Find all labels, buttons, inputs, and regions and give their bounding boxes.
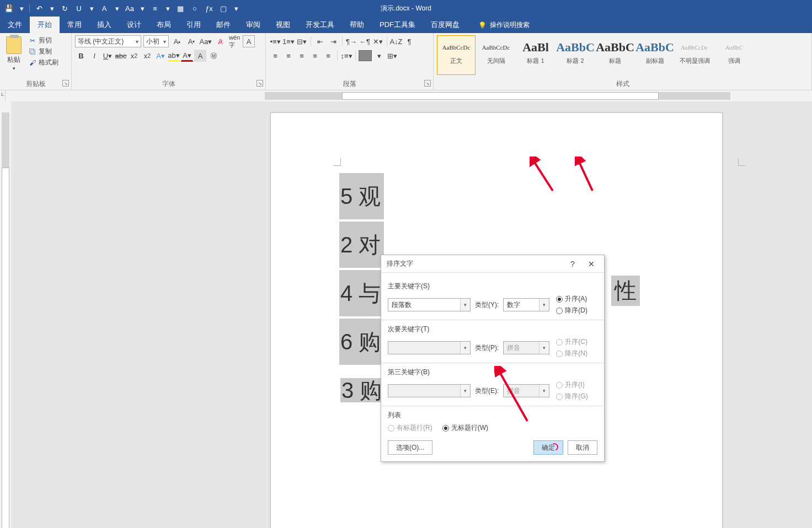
chevron-down-icon[interactable]: ▾ <box>13 66 15 71</box>
qat-list[interactable]: ≡ <box>148 2 162 15</box>
has-header-radio[interactable]: 有标题行(R) <box>388 423 432 433</box>
change-case-button[interactable]: Aa▾ <box>200 35 212 47</box>
style-normal[interactable]: AaBbCcDc正文 <box>437 35 476 75</box>
qat-underline[interactable]: U <box>72 2 86 15</box>
style-subtitle[interactable]: AaBbC副标题 <box>635 35 674 75</box>
style-subtle[interactable]: AaBbCcDc不明显强调 <box>675 35 714 75</box>
tab-home[interactable]: 开始 <box>30 17 60 33</box>
style-emphasis[interactable]: AaBbC强调 <box>715 35 754 75</box>
secondary-key-combo[interactable]: ▾ <box>388 341 471 354</box>
decrease-font-button[interactable]: A▾ <box>185 35 197 47</box>
cut-button[interactable]: ✂剪切 <box>26 35 61 46</box>
multilevel-button[interactable]: ⊟▾ <box>296 35 308 47</box>
qat-undo[interactable]: ↶ <box>33 2 46 15</box>
tab-view[interactable]: 视图 <box>268 17 298 33</box>
style-heading1[interactable]: AaBl标题 1 <box>516 35 555 75</box>
third-key-combo[interactable]: ▾ <box>388 384 471 397</box>
close-button[interactable]: ✕ <box>584 260 599 268</box>
ok-button[interactable]: 确定 <box>533 440 563 455</box>
font-name-combo[interactable]: 等线 (中文正文)▾ <box>75 35 141 47</box>
text-effects-button[interactable]: A▾ <box>154 50 167 62</box>
chevron-down-icon[interactable]: ▾ <box>163 2 173 15</box>
vertical-ruler[interactable] <box>0 101 11 528</box>
tab-design[interactable]: 设计 <box>119 17 149 33</box>
tab-common[interactable]: 常用 <box>60 17 89 33</box>
decrease-indent-button[interactable]: ⇤ <box>314 35 326 47</box>
tab-pdf[interactable]: PDF工具集 <box>372 17 423 33</box>
borders-button[interactable]: ⊞▾ <box>386 50 398 62</box>
align-right-button[interactable]: ≡ <box>296 50 308 62</box>
third-asc-radio[interactable]: 升序(I) <box>556 380 587 390</box>
paragraph-launcher[interactable]: ↘ <box>424 80 431 87</box>
align-center-button[interactable]: ≡ <box>282 50 295 62</box>
style-title[interactable]: AaBbC标题 <box>596 35 634 75</box>
styles-gallery[interactable]: AaBbCcDc正文 AaBbCcDc无间隔 AaBl标题 1 AaBbC标题 … <box>437 35 808 75</box>
shading-button[interactable] <box>359 50 372 61</box>
sort-button[interactable]: A↓Z <box>390 35 402 47</box>
superscript-button[interactable]: x2 <box>141 50 153 62</box>
distribute-button[interactable]: ≡ <box>322 50 334 62</box>
primary-type-combo[interactable]: 数字▾ <box>503 298 549 311</box>
no-header-radio[interactable]: 无标题行(W) <box>442 423 488 433</box>
tab-mailings[interactable]: 邮件 <box>209 17 238 33</box>
qat-new[interactable]: ▢ <box>217 2 230 15</box>
qat-table[interactable]: ▦ <box>174 2 187 15</box>
tab-baidu[interactable]: 百度网盘 <box>423 17 467 33</box>
char-shading-button[interactable]: A <box>194 50 206 62</box>
qat-fx[interactable]: ƒx <box>202 2 216 15</box>
chevron-down-icon[interactable]: ▾ <box>87 2 97 15</box>
tell-me-search[interactable]: 💡 操作说明搜索 <box>473 17 535 33</box>
clipboard-launcher[interactable]: ↘ <box>62 80 69 87</box>
tab-references[interactable]: 引用 <box>179 17 209 33</box>
chevron-down-icon[interactable]: ▾ <box>137 2 147 15</box>
tab-help[interactable]: 帮助 <box>342 17 372 33</box>
strike-button[interactable]: abc <box>115 50 127 62</box>
help-button[interactable]: ? <box>565 260 580 268</box>
qat-customize[interactable]: ▾ <box>231 2 241 15</box>
secondary-type-combo[interactable]: 拼音▾ <box>503 341 549 354</box>
chevron-down-icon[interactable]: ▾ <box>17 2 26 15</box>
char-border-button[interactable]: A <box>243 35 255 47</box>
underline-button[interactable]: U▾ <box>101 50 114 62</box>
horizontal-ruler[interactable] <box>6 90 812 101</box>
style-nospacing[interactable]: AaBbCcDc无间隔 <box>477 35 515 75</box>
tab-selector[interactable]: L <box>0 90 6 101</box>
italic-button[interactable]: I <box>88 50 100 62</box>
tab-review[interactable]: 审阅 <box>238 17 268 33</box>
show-marks-button[interactable]: ¶ <box>403 35 415 47</box>
tab-file[interactable]: 文件 <box>0 17 30 33</box>
qat-circle[interactable]: ○ <box>188 2 201 15</box>
qat-save[interactable]: 💾 <box>2 2 15 15</box>
qat-font[interactable]: A <box>98 2 111 15</box>
subscript-button[interactable]: x2 <box>128 50 140 62</box>
primary-asc-radio[interactable]: 升序(A) <box>556 294 587 304</box>
qat-redo[interactable]: ↻ <box>58 2 71 15</box>
shading-dropdown[interactable]: ▾ <box>373 50 385 62</box>
line-spacing-button[interactable]: ↕≡▾ <box>340 50 352 62</box>
ltr-button[interactable]: ¶→ <box>345 35 357 47</box>
justify-button[interactable]: ≡ <box>309 50 321 62</box>
primary-key-combo[interactable]: 段落数▾ <box>388 298 471 311</box>
options-button[interactable]: 选项(O)... <box>388 440 432 455</box>
cancel-button[interactable]: 取消 <box>568 440 597 455</box>
phonetic-button[interactable]: wén字 <box>228 35 241 47</box>
bullets-button[interactable]: •≡▾ <box>269 35 281 47</box>
font-launcher[interactable]: ↘ <box>257 80 263 87</box>
align-left-button[interactable]: ≡ <box>269 50 281 62</box>
bold-button[interactable]: B <box>75 50 87 62</box>
asian-layout-button[interactable]: ✕▾ <box>372 35 384 47</box>
style-heading2[interactable]: AaBbC标题 2 <box>556 35 595 75</box>
secondary-desc-radio[interactable]: 降序(N) <box>556 349 587 358</box>
increase-font-button[interactable]: A▴ <box>171 35 183 47</box>
third-desc-radio[interactable]: 降序(G) <box>556 392 587 401</box>
paste-button[interactable]: 粘贴 ▾ <box>3 35 24 77</box>
format-painter-button[interactable]: 🖌格式刷 <box>26 57 61 68</box>
enclose-char-button[interactable]: ㊙ <box>207 50 220 62</box>
rtl-button[interactable]: ←¶ <box>359 35 371 47</box>
secondary-asc-radio[interactable]: 升序(C) <box>556 337 587 347</box>
third-type-combo[interactable]: 拼音▾ <box>503 384 549 397</box>
qat-case[interactable]: Aa <box>123 2 136 15</box>
tab-developer[interactable]: 开发工具 <box>298 17 342 33</box>
highlight-button[interactable]: ab▾ <box>168 50 180 62</box>
font-size-combo[interactable]: 小初▾ <box>143 35 169 47</box>
